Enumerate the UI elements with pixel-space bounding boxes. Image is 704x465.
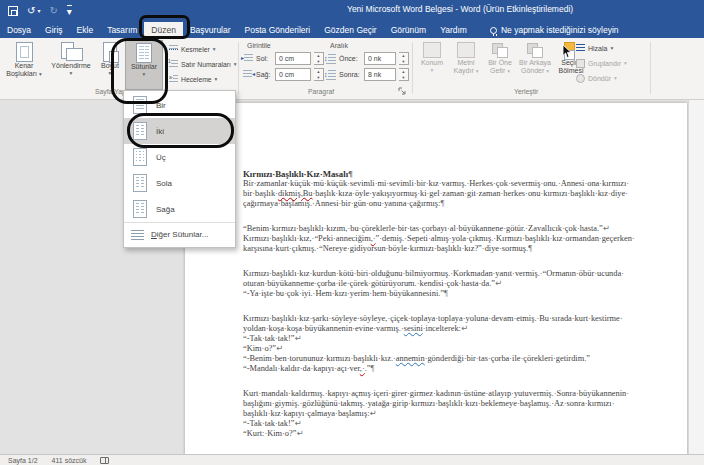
document-page[interactable]: Kırmızı·​Başlıklı·​Kız·​Masalı¶Bir·​zama… xyxy=(185,103,687,454)
window-title: Yeni Microsoft Word Belgesi - Word (Ürün… xyxy=(347,4,573,14)
text-run: ↵ xyxy=(295,334,302,343)
menu-item-more-columns[interactable]: Diğer Sütunlar... xyxy=(124,222,235,246)
align-button[interactable]: Hizala▾ xyxy=(576,42,613,54)
group-button: Gruplandır▾ xyxy=(576,57,627,69)
group-icon xyxy=(576,59,585,68)
hyphenation-label: Heceleme xyxy=(181,76,212,83)
hyphenation-button[interactable]: Heceleme▾ xyxy=(169,73,217,85)
position-button: Konum ▾ xyxy=(416,40,448,73)
spacing-after-label: Sonra: xyxy=(339,71,361,78)
tab-yardim[interactable]: Yardım xyxy=(433,22,474,38)
rotate-icon xyxy=(576,74,585,83)
spacing-after-spinner[interactable]: ▴▾ xyxy=(399,68,409,81)
wrap-text-icon xyxy=(457,42,475,58)
menu-item-two-columns[interactable]: İki xyxy=(124,118,235,144)
document-text[interactable]: Kırmızı·​Başlıklı·​Kız·​Masalı¶Bir·​zama… xyxy=(243,169,637,454)
send-backward-button: Bir Arkaya Gönder ▾ xyxy=(516,40,554,75)
group-label-arrange: Yerleştir xyxy=(514,88,538,95)
spacing-after-input[interactable]: 8 nk xyxy=(364,68,396,81)
paragraph: Kurt·​mandalı·​kaldırmış.·​kapıyı·​açmış… xyxy=(243,389,637,439)
tab-gozden-gecir[interactable]: Gözden Geçir xyxy=(317,22,383,38)
tab-dosya[interactable]: Dosya xyxy=(0,22,38,38)
save-icon[interactable] xyxy=(8,6,18,16)
line-numbers-icon xyxy=(169,60,178,69)
paragraph-dialog-launcher-icon[interactable] xyxy=(398,87,407,96)
position-icon xyxy=(423,42,441,58)
tell-me-search[interactable]: Ne yapmak istediğinizi söyleyin xyxy=(490,22,619,38)
tab-ekle[interactable]: Ekle xyxy=(70,22,101,38)
margins-button[interactable]: Kenar Boşlukları ▾ xyxy=(3,40,45,90)
menu-item-label: Sola xyxy=(156,179,172,188)
size-button[interactable]: Boyut ▾ xyxy=(97,40,123,90)
group-divider xyxy=(238,42,239,94)
line-numbers-label: Satır Numaraları xyxy=(181,61,231,68)
menu-item-label: Bir xyxy=(156,101,166,110)
columns-button[interactable]: Sütunlar ▾ xyxy=(125,40,163,90)
text-run: ·​gönderdiği·​bir·​tas·​çorba·​ile·​çöre… xyxy=(425,354,590,363)
tell-me-label: Ne yapmak istediğinizi söyleyin xyxy=(501,25,619,35)
spacing-after-icon xyxy=(326,70,336,80)
menu-item-label: Sağa xyxy=(156,205,175,214)
tab-gorunum[interactable]: Görünüm xyxy=(384,22,433,38)
size-icon xyxy=(103,42,117,62)
proofing-icon[interactable] xyxy=(100,457,109,464)
redo-icon: ↻ xyxy=(49,6,57,16)
text-run: “-Benim·​ben·​torununuz·​kırmızı·​başlık… xyxy=(243,354,396,363)
word-count[interactable]: 411 sözcük xyxy=(52,457,87,464)
position-label: Konum xyxy=(421,59,443,67)
breaks-label: Kesmeler xyxy=(181,46,210,53)
undo-caret-icon[interactable]: ▾ xyxy=(37,6,40,16)
text-run: ¶ xyxy=(440,199,444,208)
group-divider xyxy=(650,42,651,94)
menu-item-right-column[interactable]: Sağa xyxy=(124,196,235,222)
indent-right-spinner[interactable]: ▴▾ xyxy=(314,68,324,81)
orientation-icon xyxy=(61,42,81,62)
margins-icon xyxy=(16,42,33,62)
text-run: Kırmızı·​başlıklı·​kız,·​“Peki·​anneciği… xyxy=(243,234,371,243)
tab-basvurular[interactable]: Başvurular xyxy=(183,22,238,38)
text-run: ↵ xyxy=(370,409,377,418)
indent-left-input[interactable]: 0 cm xyxy=(275,52,311,65)
breaks-button[interactable]: Kesmeler▾ xyxy=(169,43,215,55)
columns-left-icon xyxy=(133,174,147,192)
vertical-scrollbar[interactable] xyxy=(688,100,704,454)
columns-three-icon xyxy=(133,148,147,166)
title-bar: ↺▾ ↻ ▾ Yeni Microsoft Word Belgesi - Wor… xyxy=(0,0,704,22)
spacing-before-icon xyxy=(326,54,336,64)
send-backward-icon xyxy=(526,42,544,58)
text-run: annemin xyxy=(396,354,425,363)
menu-item-three-columns[interactable]: Üç xyxy=(124,144,235,170)
indent-right-input[interactable]: 0 cm xyxy=(275,68,311,81)
mouse-cursor-icon xyxy=(562,44,573,59)
ribbon: Kenar Boşlukları ▾ Yönlendirme ▾ Boyut ▾… xyxy=(0,38,704,100)
text-run: dikmiş,Bu xyxy=(278,189,313,198)
tab-tasarim[interactable]: Tasarım xyxy=(100,22,144,38)
orientation-button[interactable]: Yönlendirme ▾ xyxy=(47,40,95,90)
spacing-header: Aralık xyxy=(330,42,348,49)
menu-item-one-column[interactable]: Bir xyxy=(124,92,235,118)
menu-item-left-column[interactable]: Sola xyxy=(124,170,235,196)
text-run: Kırmızı·​Başlıklı·​Kız·​Masalı xyxy=(243,169,348,179)
paragraph: Kırmızı·​başlıklı·​kız·​şarkı·​söyleye·​… xyxy=(243,314,637,374)
columns-icon xyxy=(136,43,152,63)
document-area: Kırmızı·​Başlıklı·​Kız·​Masalı¶Bir·​zama… xyxy=(0,100,704,454)
tab-duzen[interactable]: Düzen xyxy=(144,22,183,38)
tab-posta-gonderileri[interactable]: Posta Gönderileri xyxy=(238,22,318,38)
text-run: “-Tak·​tak·​tak!” xyxy=(243,334,295,343)
page-indicator[interactable]: Sayfa 1/2 xyxy=(8,457,38,464)
tab-giris[interactable]: Giriş xyxy=(38,22,69,38)
spacing-before-spinner[interactable]: ▴▾ xyxy=(399,52,409,65)
text-run: ↵ xyxy=(495,279,502,288)
paragraph: “Benim·​kırmızı·​başlıklı·​kızım,·​bu·​ç… xyxy=(243,224,637,254)
indent-left-spinner[interactable]: ▴▾ xyxy=(314,52,324,65)
spacing-before-input[interactable]: 0 nk xyxy=(364,52,396,65)
more-columns-icon xyxy=(131,230,144,240)
indent-right-label: Sağ: xyxy=(256,71,272,78)
status-bar: Sayfa 1/2 411 sözcük xyxy=(0,454,704,465)
undo-icon[interactable]: ↺▾ xyxy=(27,6,40,16)
qat-customize-icon[interactable]: ▾ xyxy=(67,5,72,17)
line-numbers-button[interactable]: Satır Numaraları▾ xyxy=(169,58,237,70)
text-run: ¶ xyxy=(528,244,532,253)
wrap-text-label-1: Metni xyxy=(457,59,474,67)
text-run: “Kurt:·​Kim·​o?” xyxy=(243,429,297,438)
